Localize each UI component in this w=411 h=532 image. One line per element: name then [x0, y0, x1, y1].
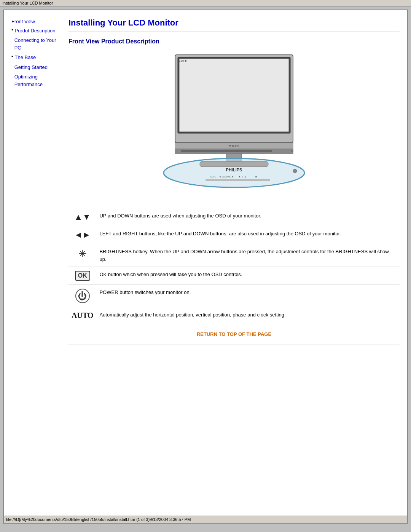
svg-text:◄ VOLUME ►: ◄ VOLUME ►	[219, 176, 234, 178]
monitor-image: PHILIPS PHILIPS	[68, 51, 400, 197]
svg-text:▼ ☼ ▲: ▼ ☼ ▲	[239, 176, 247, 178]
status-bar: file:///D|/My%20documents/dfu/150B5/engl…	[4, 516, 407, 523]
svg-point-19	[293, 169, 297, 173]
desc-leftright: LEFT and RIGHT buttons, like the UP and …	[96, 226, 400, 244]
content-area: Front View • Produt Description Connecti…	[4, 10, 407, 516]
status-bar-text: file:///D|/My%20documents/dfu/150B5/engl…	[6, 517, 191, 522]
svg-rect-12	[200, 161, 268, 167]
svg-text:■: ■	[255, 176, 257, 178]
desc-auto: Automatically adjust the horizontal posi…	[96, 307, 400, 324]
sidebar-item-optimizing[interactable]: Optimizing Performance	[11, 73, 61, 89]
bottom-divider	[68, 345, 400, 345]
feature-row-updown: ▲▼ UP and DOWN buttons are used when adj…	[68, 208, 400, 226]
sidebar: Front View • Produt Description Connecti…	[11, 18, 65, 508]
sidebar-link-produt[interactable]: Produt Description	[15, 27, 56, 35]
feature-row-ok: OK OK button which when pressed will tak…	[68, 267, 400, 285]
brightness-icon: ✳	[78, 248, 87, 260]
desc-brightness: BRIGHTNESS hotkey. When the UP and DOWN …	[96, 244, 400, 267]
sidebar-item-produt[interactable]: • Produt Description	[11, 27, 61, 35]
sidebar-link-thebase[interactable]: The Base	[15, 54, 36, 61]
svg-rect-7	[181, 150, 272, 152]
main-content: Installing Your LCD Monitor Front View P…	[65, 18, 400, 508]
browser-window: Front View • Produt Description Connecti…	[3, 10, 408, 524]
auto-label-icon: AUTO	[72, 311, 93, 320]
title-bar-text: Installing Your LCD Monitor	[2, 1, 53, 5]
feature-row-leftright: ◄► LEFT and RIGHT buttons, like the UP a…	[68, 226, 400, 244]
desc-ok: OK button which when pressed will take y…	[96, 267, 400, 285]
ok-button-icon: OK	[75, 271, 90, 281]
icon-cell-brightness: ✳	[68, 244, 96, 267]
section-title: Front View Product Description	[68, 38, 400, 45]
bullet-icon-2	[11, 37, 13, 42]
icon-cell-auto: AUTO	[68, 307, 96, 324]
desc-updown: UP and DOWN buttons are used when adjust…	[96, 208, 400, 226]
sidebar-link-optimizing[interactable]: Optimizing Performance	[14, 73, 61, 88]
svg-text:150 ■: 150 ■	[179, 59, 187, 62]
feature-row-auto: AUTO Automatically adjust the horizontal…	[68, 307, 400, 324]
icon-cell-ok: OK	[68, 267, 96, 285]
power-button-icon: ⏻	[75, 289, 90, 303]
icon-cell-power: ⏻	[68, 285, 96, 307]
return-to-top[interactable]: RETURN TO TOP OF THE PAGE	[68, 331, 400, 337]
page-title: Installing Your LCD Monitor	[68, 18, 400, 28]
svg-text:AUTO: AUTO	[210, 176, 217, 178]
sidebar-item-connecting[interactable]: Connecting to Your PC	[11, 37, 61, 52]
desc-power: POWER button switches your monitor on.	[96, 285, 400, 307]
up-down-arrows-icon: ▲▼	[74, 212, 91, 222]
bullet-icon-4	[11, 64, 13, 69]
return-link-anchor[interactable]: RETURN TO TOP OF THE PAGE	[197, 331, 271, 337]
sidebar-link-connecting[interactable]: Connecting to Your PC	[14, 37, 61, 51]
bullet-icon: •	[11, 27, 13, 33]
monitor-svg: PHILIPS PHILIPS	[154, 51, 314, 197]
svg-rect-8	[291, 150, 293, 152]
svg-rect-18	[206, 179, 270, 181]
title-bar: Installing Your LCD Monitor	[0, 0, 411, 6]
feature-row-power: ⏻ POWER button switches your monitor on.	[68, 285, 400, 307]
sidebar-item-frontview[interactable]: Front View	[11, 18, 61, 26]
icon-cell-updown: ▲▼	[68, 208, 96, 226]
sidebar-link-frontview[interactable]: Front View	[11, 18, 61, 26]
features-table: ▲▼ UP and DOWN buttons are used when adj…	[68, 208, 400, 324]
svg-text:PHILIPS: PHILIPS	[226, 168, 242, 172]
sidebar-item-getting[interactable]: Getting Started	[11, 64, 61, 72]
left-right-arrows-icon: ◄►	[74, 230, 91, 240]
sidebar-link-getting[interactable]: Getting Started	[14, 64, 48, 71]
top-divider	[68, 32, 400, 32]
svg-rect-2	[179, 59, 289, 132]
svg-text:PHILIPS: PHILIPS	[229, 145, 239, 147]
feature-row-brightness: ✳ BRIGHTNESS hotkey. When the UP and DOW…	[68, 244, 400, 267]
bullet-icon-3: •	[11, 54, 13, 59]
icon-cell-leftright: ◄►	[68, 226, 96, 244]
sidebar-item-thebase[interactable]: • The Base	[11, 54, 61, 62]
bullet-icon-5	[11, 73, 13, 79]
